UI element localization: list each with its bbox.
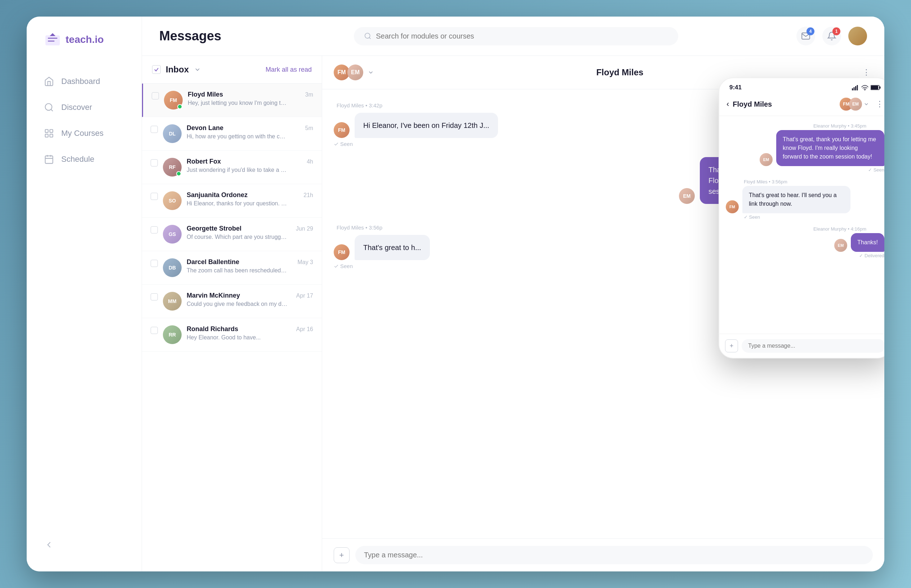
sidebar-item-schedule[interactable]: Schedule	[35, 148, 133, 171]
msg-time-4: 21h	[304, 192, 313, 199]
message-list: FM Floyd Miles 3m Hey, just letting you …	[142, 84, 322, 572]
chevron-down-icon-chat[interactable]	[368, 69, 374, 76]
msg-checkbox-4[interactable]	[151, 193, 158, 200]
sidebar-item-my-courses[interactable]: My Courses	[35, 122, 133, 145]
chat-bubble-1: Hi Eleanor, I've been on Friday 12th J..…	[355, 113, 498, 138]
msg-checkbox-5[interactable]	[151, 226, 158, 233]
message-item-4[interactable]: SO Sanjuanita Ordonez 21h Hi Eleanor, th…	[142, 184, 322, 218]
svg-rect-11	[857, 85, 858, 90]
nav-label-dashboard: Dashboard	[61, 77, 100, 86]
mob-chevron-icon[interactable]	[863, 101, 869, 107]
mark-all-read-button[interactable]: Mark all as read	[266, 66, 312, 73]
svg-rect-4	[45, 134, 48, 137]
msg-name-2: Devon Lane	[187, 124, 223, 132]
msg-checkbox-3[interactable]	[151, 159, 158, 166]
chat-input[interactable]	[355, 546, 873, 564]
mob-msg-group-1: Eleanor Murphy • 3:45pm That's great, th…	[726, 123, 884, 173]
mob-bubble-1: That's great, thank you for letting me k…	[776, 130, 884, 166]
msg-checkbox-8[interactable]	[151, 327, 158, 334]
select-all-checkbox[interactable]	[152, 65, 161, 74]
mob-floyd-av-2: FM	[726, 200, 739, 213]
check-icon	[154, 67, 159, 72]
chat-contact-avatar-2: EM	[347, 65, 363, 80]
msg-time-6: May 3	[297, 259, 313, 265]
msg-body-3: Robert Fox 4h Just wondering if you'd li…	[187, 158, 313, 173]
msg-avatar-3: RF	[163, 158, 182, 176]
message-item-8[interactable]: RR Ronald Richards Apr 16 Hey Eleanor. G…	[142, 318, 322, 352]
logo[interactable]: teach.io	[27, 31, 142, 70]
mobile-messages: Eleanor Murphy • 3:45pm That's great, th…	[719, 116, 884, 318]
mob-chat-input[interactable]	[741, 339, 884, 353]
mob-bubble-3: Thanks!	[851, 233, 884, 252]
msg-checkbox-2[interactable]	[151, 126, 158, 133]
message-item-1[interactable]: FM Floyd Miles 3m Hey, just letting you …	[142, 84, 322, 117]
msg-name-8: Ronald Richards	[187, 325, 238, 333]
mobile-time: 9:41	[729, 84, 741, 91]
msg-body-6: Darcel Ballentine May 3 The zoom call ha…	[187, 258, 313, 274]
msg-name-5: Georgette Strobel	[187, 225, 241, 233]
msg-body-4: Sanjuanita Ordonez 21h Hi Eleanor, thank…	[187, 191, 313, 207]
msg-time-5: Jun 29	[296, 226, 313, 232]
mobile-chat-avatars: FM EM	[840, 98, 869, 111]
topbar: Messages 4	[142, 16, 884, 56]
msg-preview-3: Just wondering if you'd like to take a l…	[187, 167, 288, 173]
mob-msg-group-3: Eleanor Murphy • 4:16pm Thanks! EM ✓ Del…	[726, 226, 884, 258]
sidebar-item-dashboard[interactable]: Dashboard	[35, 70, 133, 93]
user-avatar[interactable]	[848, 27, 867, 45]
mob-attach-button[interactable]: +	[725, 339, 738, 352]
chat-header-avatars: FM EM	[334, 65, 374, 80]
sidebar-item-discover[interactable]: Discover	[35, 96, 133, 119]
mobile-status-bar: 9:41	[719, 78, 884, 94]
svg-rect-15	[880, 86, 881, 89]
mob-seen-2: ✓ Seen	[726, 214, 884, 220]
mail-badge: 4	[806, 27, 814, 35]
message-item-3[interactable]: RF Robert Fox 4h Just wondering if you'd…	[142, 150, 322, 184]
msg-avatar-6: DB	[163, 258, 182, 277]
wifi-icon	[861, 85, 869, 90]
msg-body-8: Ronald Richards Apr 16 Hey Eleanor. Good…	[187, 325, 313, 341]
message-item-2[interactable]: DL Devon Lane 5m Hi, how are you getting…	[142, 117, 322, 150]
online-dot-3	[176, 171, 181, 176]
mob-more-button[interactable]: ⋮	[876, 99, 884, 109]
signal-icon	[852, 85, 859, 90]
msg-name-4: Sanjuanita Ordonez	[187, 191, 247, 199]
msg-checkbox-1[interactable]	[152, 92, 159, 99]
message-item-7[interactable]: MM Marvin McKinney Apr 17 Could you give…	[142, 284, 322, 318]
mobile-back-button[interactable]: ‹	[727, 99, 729, 109]
page-title-section: Messages	[159, 29, 221, 44]
mob-msg-meta-2: Floyd Miles • 3:56pm	[726, 179, 884, 184]
collapse-button[interactable]	[27, 533, 142, 557]
chat-attach-button[interactable]: +	[334, 547, 350, 563]
chat-bubble-3: That's great to h...	[355, 235, 430, 260]
message-item-5[interactable]: GS Georgette Strobel Jun 29 Of course. W…	[142, 218, 322, 251]
msg-checkbox-7[interactable]	[151, 293, 158, 300]
inbox-panel: Inbox Mark all as read FM Floyd Mile	[142, 56, 322, 572]
battery-icon	[871, 85, 881, 90]
msg-checkbox-6[interactable]	[151, 260, 158, 267]
mob-seen-1: ✓ Seen	[726, 167, 884, 173]
search-bar[interactable]	[354, 27, 678, 45]
msg-avatar-4: SO	[163, 191, 182, 210]
chevron-down-icon[interactable]	[194, 66, 201, 73]
chat-contact-name: Floyd Miles	[380, 67, 860, 78]
chat-more-button[interactable]: ⋮	[860, 66, 873, 79]
mail-button[interactable]: 4	[796, 27, 815, 45]
mob-delivered-1: ✓ Delivered	[726, 253, 884, 258]
main-content: Messages 4	[142, 16, 884, 572]
mobile-chat-header: ‹ Floyd Miles FM EM ⋮	[719, 94, 884, 116]
svg-rect-0	[45, 35, 60, 45]
bell-button[interactable]: 1	[822, 27, 841, 45]
search-input[interactable]	[376, 32, 668, 40]
chat-input-area: +	[322, 538, 884, 572]
mob-eleanor-av-1: EM	[760, 153, 773, 166]
svg-rect-3	[50, 130, 53, 132]
inbox-title: Inbox	[166, 65, 189, 74]
search-icon	[364, 32, 372, 40]
bell-badge: 1	[832, 27, 840, 35]
mob-msg-meta-3: Eleanor Murphy • 4:16pm	[726, 226, 884, 232]
message-item-6[interactable]: DB Darcel Ballentine May 3 The zoom call…	[142, 251, 322, 284]
mob-eleanor-av-3: EM	[834, 239, 847, 252]
msg-name-1: Floyd Miles	[188, 91, 223, 99]
mob-msg-meta-1: Eleanor Murphy • 3:45pm	[726, 123, 884, 129]
msg-body-5: Georgette Strobel Jun 29 Of course. Whic…	[187, 225, 313, 240]
